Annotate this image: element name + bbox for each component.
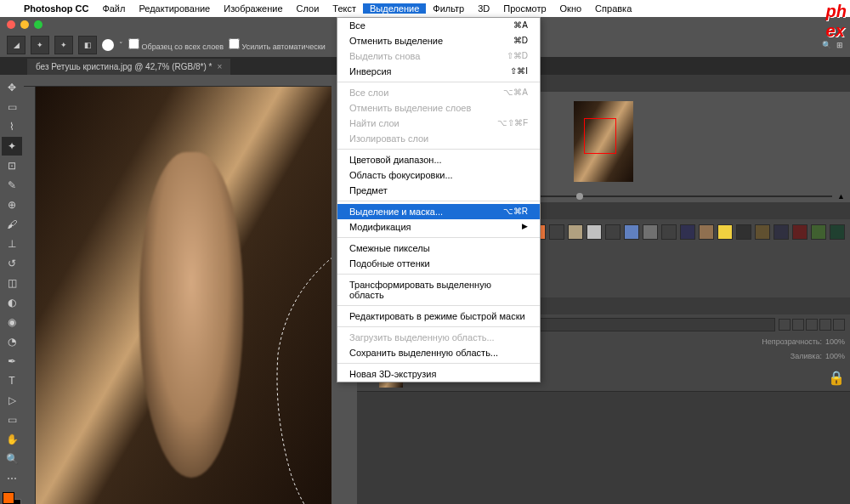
menu-edit[interactable]: Редактирование — [132, 3, 217, 14]
crop-tool[interactable]: ⊡ — [2, 156, 22, 175]
style-swatch-18[interactable] — [699, 224, 714, 240]
move-tool[interactable]: ✥ — [2, 78, 22, 97]
eyedropper-tool[interactable]: ✎ — [2, 176, 22, 195]
menu-item-все-слои: Все слои⌥⌘A — [337, 85, 540, 100]
style-swatch-12[interactable] — [586, 224, 602, 240]
brush-tool[interactable]: 🖌 — [2, 215, 22, 234]
menubar: Photoshop CC Файл Редактирование Изображ… — [0, 0, 850, 17]
style-swatch-17[interactable] — [680, 224, 695, 240]
style-swatch-16[interactable] — [661, 224, 677, 240]
menu-item-модификация[interactable]: Модификация▶ — [337, 219, 540, 235]
add-selection-icon[interactable]: ✦ — [54, 36, 73, 54]
maximize-window-icon[interactable] — [34, 20, 42, 29]
style-swatch-23[interactable] — [792, 224, 808, 240]
menu-select[interactable]: Выделение — [363, 3, 426, 14]
brush-size-icon[interactable] — [102, 39, 114, 51]
menu-type[interactable]: Текст — [326, 3, 363, 14]
blur-tool[interactable]: ◉ — [2, 313, 22, 331]
healing-tool[interactable]: ⊕ — [2, 195, 22, 214]
menu-image[interactable]: Изображение — [217, 3, 289, 14]
zoom-in-icon[interactable]: ▲ — [837, 192, 845, 201]
menu-help[interactable]: Справка — [588, 3, 638, 14]
style-swatch-22[interactable] — [774, 224, 789, 240]
filter-smart-icon[interactable] — [833, 319, 845, 331]
menu-item-сохранить-выделенную-область-[interactable]: Сохранить выделенную область... — [337, 345, 540, 360]
canvas[interactable] — [36, 87, 332, 504]
menu-view[interactable]: Просмотр — [496, 3, 552, 14]
style-swatch-14[interactable] — [624, 224, 639, 240]
tools-panel: ✥ ▭ ⌇ ✦ ⊡ ✎ ⊕ 🖌 ⊥ ↺ ◫ ◐ ◉ ◔ ✒ T ▷ ▭ ✋ 🔍 … — [0, 75, 24, 504]
style-swatch-24[interactable] — [811, 224, 826, 240]
layer-lock-icon[interactable]: 🔒 — [828, 370, 845, 386]
history-brush-tool[interactable]: ↺ — [2, 254, 22, 273]
menu-item-выделение-и-маска-[interactable]: Выделение и маска...⌥⌘R — [337, 204, 540, 219]
lasso-tool[interactable]: ⌇ — [2, 117, 22, 136]
watermark: phex — [823, 0, 850, 42]
menu-item-цветовой-диапазон-[interactable]: Цветовой диапазон... — [337, 152, 540, 167]
menu-item-предмет[interactable]: Предмет — [337, 183, 540, 198]
edit-toolbar-icon[interactable]: ⋯ — [2, 469, 22, 488]
color-swatches[interactable] — [3, 492, 21, 504]
menu-filter[interactable]: Фильтр — [426, 3, 471, 14]
filter-shape-icon[interactable] — [819, 319, 831, 331]
navigator-view-box[interactable] — [584, 118, 616, 154]
fill-value[interactable]: 100% — [825, 352, 845, 360]
menu-item-изолировать-слои: Изолировать слои — [337, 131, 540, 146]
style-swatch-11[interactable] — [568, 224, 583, 240]
path-select-tool[interactable]: ▷ — [2, 391, 22, 410]
style-swatch-21[interactable] — [755, 224, 770, 240]
menu-item-новая-3d-экструзия[interactable]: Новая 3D-экструзия — [337, 366, 540, 382]
menu-item-отменить-выделение-слоев: Отменить выделение слоев — [337, 100, 540, 116]
menu-item-область-фокусировки-[interactable]: Область фокусировки... — [337, 167, 540, 183]
type-tool[interactable]: T — [2, 371, 22, 390]
opacity-value[interactable]: 100% — [825, 337, 845, 346]
gradient-tool[interactable]: ◐ — [2, 293, 22, 312]
menu-item-смежные-пикселы[interactable]: Смежные пикселы — [337, 241, 540, 256]
style-swatch-25[interactable] — [830, 224, 845, 240]
new-selection-icon[interactable]: ✦ — [31, 36, 49, 54]
filter-adjust-icon[interactable] — [792, 319, 804, 331]
pen-tool[interactable]: ✒ — [2, 352, 22, 371]
sample-all-checkbox[interactable]: Образец со всех слоев — [128, 38, 224, 51]
style-swatch-10[interactable] — [549, 224, 564, 240]
selection-marquee — [265, 252, 332, 504]
shape-tool[interactable]: ▭ — [2, 411, 22, 429]
dropdown-icon[interactable]: ˅ — [119, 41, 123, 49]
filter-type-icon2[interactable] — [806, 319, 818, 331]
menu-item-трансформировать-выделенную-область[interactable]: Трансформировать выделенную область — [337, 277, 540, 303]
filter-pixel-icon[interactable] — [779, 319, 790, 331]
subtract-selection-icon[interactable]: ◧ — [78, 36, 97, 54]
style-swatch-19[interactable] — [717, 224, 733, 240]
menu-window[interactable]: Окно — [553, 3, 589, 14]
marquee-tool[interactable]: ▭ — [2, 98, 22, 116]
close-tab-icon[interactable]: × — [217, 62, 222, 71]
navigator-thumbnail[interactable] — [574, 101, 633, 182]
close-window-icon[interactable] — [7, 20, 15, 29]
document-tab[interactable]: без Ретушь кристина.jpg @ 42,7% (RGB/8*)… — [27, 59, 230, 75]
menu-item-редактировать-в-режиме-быстрой-маски[interactable]: Редактировать в режиме быстрой маски — [337, 309, 540, 324]
dodge-tool[interactable]: ◔ — [2, 332, 22, 351]
quick-selection-tool[interactable]: ✦ — [2, 137, 22, 156]
menu-item-инверсия[interactable]: Инверсия⇧⌘I — [337, 64, 540, 79]
style-swatch-13[interactable] — [605, 224, 620, 240]
minimize-window-icon[interactable] — [20, 20, 29, 29]
tool-preset-icon[interactable]: ◢ — [7, 36, 26, 54]
fill-label: Заливка: — [790, 352, 822, 360]
style-swatch-20[interactable] — [736, 224, 751, 240]
menu-item-подобные-оттенки[interactable]: Подобные оттенки — [337, 256, 540, 271]
stamp-tool[interactable]: ⊥ — [2, 235, 22, 253]
hand-tool[interactable]: ✋ — [2, 430, 22, 449]
menu-file[interactable]: Файл — [95, 3, 132, 14]
zoom-tool[interactable]: 🔍 — [2, 450, 22, 468]
menu-item-отменить-выделение[interactable]: Отменить выделение⌘D — [337, 33, 540, 48]
foreground-color[interactable] — [3, 492, 14, 504]
menu-item-все[interactable]: Все⌘A — [337, 18, 540, 33]
ruler-horizontal — [24, 75, 332, 87]
eraser-tool[interactable]: ◫ — [2, 274, 22, 292]
style-swatch-15[interactable] — [643, 224, 658, 240]
app-title: Photoshop CC — [17, 3, 95, 14]
enhance-checkbox[interactable]: Усилить автоматически — [229, 38, 326, 51]
menu-3d[interactable]: 3D — [471, 3, 496, 14]
opacity-label: Непрозрачность: — [762, 337, 822, 346]
menu-layers[interactable]: Слои — [290, 3, 326, 14]
